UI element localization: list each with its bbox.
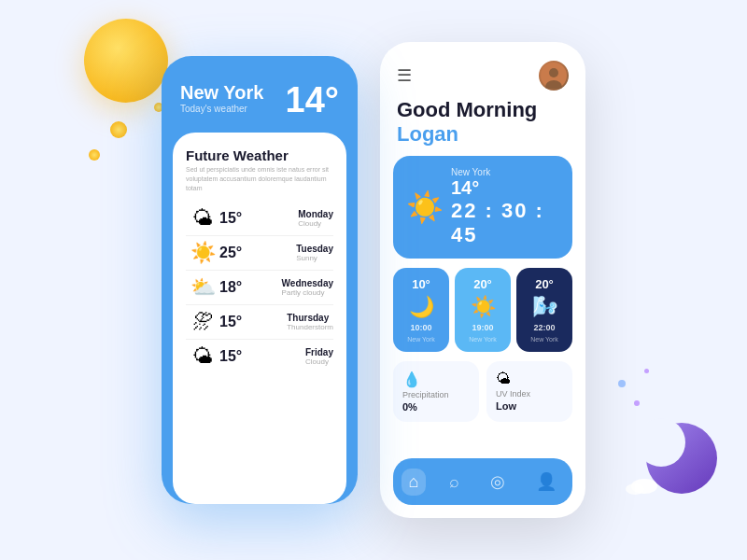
forecast-icon-2: ⛅ — [186, 275, 219, 300]
tc-time-1: 19:00 — [472, 323, 493, 332]
forecast-temp-0: 15° — [219, 210, 298, 227]
forecast-day-4: Friday Cloudy — [305, 347, 333, 366]
forecast-day-0: Monday Cloudy — [298, 209, 333, 228]
stats-section: 💧 Precipitation 0% 🌤 UV Index Low — [380, 361, 585, 431]
phone1-temperature: 14° — [286, 82, 339, 118]
nav-location[interactable]: ◎ — [483, 468, 513, 496]
precipitation-icon: 💧 — [402, 371, 470, 388]
phone1-city: New York — [180, 82, 263, 104]
sun-decoration — [84, 19, 168, 103]
nav-search[interactable]: ⌕ — [442, 469, 467, 496]
tc-temp-1: 20° — [473, 277, 492, 291]
forecast-icon-0: 🌤 — [186, 206, 219, 231]
nav-home[interactable]: ⌂ — [402, 469, 427, 496]
greeting-section: Good Morning Logan — [380, 98, 585, 156]
stat-precipitation: 💧 Precipitation 0% — [393, 361, 479, 422]
forecast-row-4: 🌤 15° Friday Cloudy — [186, 340, 333, 373]
phone1: New York Today's weather 14° Future Weat… — [162, 56, 358, 504]
tc-temp-0: 10° — [412, 277, 430, 291]
phone1-forecast-card: Future Weather Sed ut perspiciatis unde … — [173, 133, 346, 504]
tc-temp-2: 20° — [535, 277, 554, 291]
deco-dot-3 — [644, 369, 649, 373]
forecast-icon-3: ⛈ — [186, 310, 219, 334]
svg-point-1 — [637, 418, 685, 467]
forecast-temp-3: 15° — [219, 314, 287, 330]
forecast-info-0: 15° — [219, 210, 298, 227]
forecast-temp-2: 18° — [219, 279, 282, 296]
forecast-row-1: ☀️ 25° Tuesday Sunny — [186, 236, 333, 271]
main-sun-icon: ☀️ — [406, 189, 444, 225]
tc-city-0: New York — [407, 336, 435, 343]
user-name: Logan — [397, 122, 569, 147]
deco-dot-2 — [634, 400, 640, 406]
time-card-1: 20° ☀️ 19:00 New York — [455, 268, 511, 352]
time-card-0: 10° 🌙 10:00 New York — [393, 268, 449, 352]
phone2-header: ☰ — [380, 42, 585, 98]
tc-city-2: New York — [530, 336, 558, 343]
greeting-text: Good Morning — [397, 98, 569, 122]
phone1-location-info: New York Today's weather — [180, 82, 263, 114]
tc-city-1: New York — [469, 336, 497, 343]
forecast-row-2: ⛅ 18° Wednesday Partly cloudy — [186, 271, 333, 305]
tc-time-0: 10:00 — [410, 323, 431, 332]
precipitation-value: 0% — [402, 401, 470, 413]
forecast-row-0: 🌤 15° Monday Cloudy — [186, 202, 333, 236]
uv-value: Low — [496, 400, 563, 412]
main-card-city: New York — [451, 167, 559, 177]
forecast-temp-4: 15° — [219, 348, 305, 365]
sun-dot-2 — [89, 149, 100, 161]
phone1-header: New York Today's weather 14° — [162, 56, 358, 133]
tc-icon-0: 🌙 — [409, 295, 434, 319]
deco-dot-1 — [618, 380, 626, 387]
sun-dot-1 — [110, 121, 127, 138]
forecast-title: Future Weather — [186, 147, 333, 163]
menu-icon[interactable]: ☰ — [397, 65, 412, 86]
precipitation-label: Precipitation — [402, 390, 470, 399]
bottom-navbar: ⌂ ⌕ ◎ 👤 — [393, 458, 572, 505]
forecast-row-3: ⛈ 15° Thursday Thunderstorm — [186, 305, 333, 340]
forecast-day-3: Thursday Thunderstorm — [287, 313, 333, 331]
forecast-info-3: 15° — [219, 314, 287, 330]
tc-icon-1: ☀️ — [471, 295, 496, 319]
forecast-info-2: 18° — [219, 279, 282, 296]
tc-icon-2: 🌬️ — [532, 295, 557, 319]
main-card-temp: 14° — [451, 177, 559, 199]
svg-point-5 — [549, 68, 558, 77]
forecast-day-2: Wednesday Partly cloudy — [282, 278, 333, 297]
time-cards-section: 10° 🌙 10:00 New York 20° ☀️ 19:00 New Yo… — [380, 268, 585, 361]
forecast-subtitle: Sed ut perspiciatis unde omnis iste natu… — [186, 165, 333, 192]
time-card-2: 20° 🌬️ 22:00 New York — [516, 268, 572, 352]
moon-decoration — [616, 407, 719, 513]
forecast-info-4: 15° — [219, 348, 305, 365]
stat-uv: 🌤 UV Index Low — [486, 361, 572, 422]
main-weather-card: ☀️ New York 14° 22 : 30 : 45 — [393, 156, 572, 259]
svg-point-3 — [626, 483, 644, 495]
tc-time-2: 22:00 — [533, 323, 555, 332]
uv-label: UV Index — [496, 389, 563, 399]
uv-icon: 🌤 — [496, 371, 563, 387]
phone1-subtitle: Today's weather — [180, 104, 263, 114]
main-card-info: New York 14° 22 : 30 : 45 — [451, 167, 559, 247]
forecast-day-1: Tuesday Sunny — [296, 244, 333, 262]
forecast-temp-1: 25° — [219, 245, 296, 261]
main-card-time: 22 : 30 : 45 — [451, 199, 559, 247]
forecast-icon-4: 🌤 — [186, 344, 219, 369]
forecast-icon-1: ☀️ — [186, 241, 219, 265]
nav-profile[interactable]: 👤 — [529, 468, 564, 496]
phone2: ☰ Good Morning Logan ☀️ New York 14° 22 … — [380, 42, 585, 518]
phones-container: New York Today's weather 14° Future Weat… — [162, 42, 585, 518]
forecast-info-1: 25° — [219, 245, 296, 261]
avatar — [539, 61, 569, 91]
